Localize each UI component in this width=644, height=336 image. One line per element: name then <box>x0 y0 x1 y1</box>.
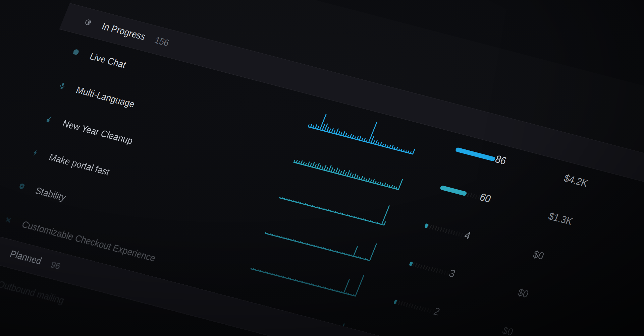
planned-icon <box>0 246 1 254</box>
section-count: 156 <box>153 35 171 48</box>
section-count: 96 <box>49 260 62 272</box>
chat-icon <box>71 48 81 56</box>
votes-count: 60 <box>478 191 524 213</box>
shield-icon <box>17 182 26 191</box>
in-progress-icon <box>84 18 93 27</box>
checkout-icon <box>4 216 13 224</box>
bolt-icon <box>31 148 40 157</box>
votes-progress-fill <box>440 185 468 196</box>
revenue-value: $4.2K <box>562 172 626 198</box>
mic-icon <box>58 81 67 90</box>
votes-progress-fill <box>455 147 496 161</box>
section-label: Planned <box>8 249 43 267</box>
revenue-value: $1.3K <box>547 210 610 237</box>
roadmap-screenshot-scene: In Progress156Live Chat86$4.2KMulti-Lang… <box>0 0 644 336</box>
broom-icon <box>44 115 54 124</box>
section-label: In Progress <box>100 21 147 42</box>
votes-count: 86 <box>493 153 539 176</box>
roadmap-board: In Progress156Live Chat86$4.2KMulti-Lang… <box>0 3 644 336</box>
